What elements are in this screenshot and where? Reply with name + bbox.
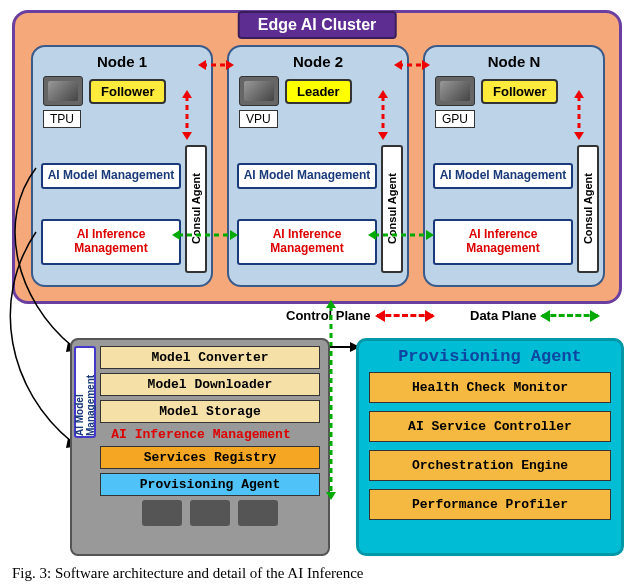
hardware-thumbnails [100,500,320,526]
provisioning-agent-panel: Provisioning Agent Health Check Monitor … [356,338,624,556]
services-registry-row: Services Registry [100,446,320,469]
control-plane-legend: Control Plane [286,308,433,323]
ai-model-management-box: AI Model Management [237,163,377,189]
cluster-title: Edge AI Cluster [238,11,397,39]
node-n: Node N Follower GPU AI Model Management … [423,45,605,287]
ai-inference-management-box: AI Inference Management [41,219,181,265]
ai-inference-management-box: AI Inference Management [433,219,573,265]
node-title: Node 2 [229,47,407,70]
figure-caption: Fig. 3: Software architecture and detail… [12,565,364,582]
node-title: Node N [425,47,603,70]
vert-label-text: AI Model Management [74,348,96,436]
orchestration-engine-row: Orchestration Engine [369,450,611,481]
health-check-monitor-row: Health Check Monitor [369,372,611,403]
role-badge-follower: Follower [89,79,166,104]
ai-model-management-box: AI Model Management [433,163,573,189]
model-downloader-row: Model Downloader [100,373,320,396]
node-1: Node 1 Follower TPU AI Model Management … [31,45,213,287]
hardware-icon [239,76,279,106]
red-arrow-icon [377,314,433,317]
ai-model-management-vertical-label: AI Model Management [74,346,96,438]
model-storage-row: Model Storage [100,400,320,423]
node-title: Node 1 [33,47,211,70]
hardware-icon [142,500,182,526]
consul-agent: Consul Agent [185,145,207,273]
ai-service-controller-row: AI Service Controller [369,411,611,442]
node-detail-panel: AI Model Management Model Converter Mode… [70,338,330,556]
hardware-icon [43,76,83,106]
data-plane-label: Data Plane [470,308,536,323]
hw-label: VPU [239,110,278,128]
role-badge-leader: Leader [285,79,352,104]
data-plane-legend: Data Plane [470,308,598,323]
consul-agent-label: Consul Agent [190,173,202,244]
ai-inference-management-title: AI Inference Management [82,427,320,442]
consul-agent: Consul Agent [381,145,403,273]
consul-agent: Consul Agent [577,145,599,273]
consul-agent-label: Consul Agent [386,173,398,244]
ai-inference-management-box: AI Inference Management [237,219,377,265]
provisioning-title: Provisioning Agent [369,347,611,366]
edge-ai-cluster: Edge AI Cluster Node 1 Follower TPU AI M… [12,10,622,304]
hw-label: TPU [43,110,81,128]
hardware-icon [435,76,475,106]
consul-agent-label: Consul Agent [582,173,594,244]
ai-model-management-box: AI Model Management [41,163,181,189]
model-converter-row: Model Converter [100,346,320,369]
node-2: Node 2 Leader VPU AI Model Management AI… [227,45,409,287]
control-plane-label: Control Plane [286,308,371,323]
performance-profiler-row: Performance Profiler [369,489,611,520]
green-arrow-icon [542,314,598,317]
provisioning-agent-row: Provisioning Agent [100,473,320,496]
hardware-icon [238,500,278,526]
hardware-icon [190,500,230,526]
role-badge-follower: Follower [481,79,558,104]
hw-label: GPU [435,110,475,128]
